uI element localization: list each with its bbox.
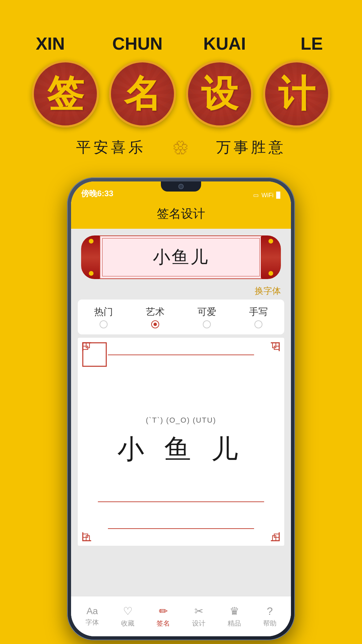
nav-help[interactable]: ? 帮助	[252, 605, 288, 628]
nav-font[interactable]: Aa 字体	[74, 606, 110, 627]
nav-help-label: 帮助	[263, 619, 277, 628]
circle-ji: 计	[263, 60, 330, 127]
nav-design-label: 设计	[192, 619, 205, 628]
subtitle-row: 平安喜乐 🏵 万事胜意	[76, 138, 286, 157]
pinyin-kuai: KUAI	[191, 34, 258, 54]
tab-hot-label: 热门	[94, 306, 113, 318]
circle-char-2: 设	[201, 69, 238, 119]
scroll-dot-bl	[89, 271, 94, 276]
pinyin-row: XIN CHUN KUAI LE	[17, 34, 345, 54]
bottom-border-line	[108, 528, 254, 529]
tab-cute-label: 可爱	[197, 306, 216, 318]
tab-art[interactable]: 艺术	[139, 303, 171, 331]
pinyin-chun: CHUN	[104, 34, 171, 54]
corner-tl-svg	[81, 341, 108, 368]
tab-cute-indicator	[203, 320, 211, 328]
font-tabs: 热门 艺术 可爱 手写	[78, 300, 284, 334]
scroll-body[interactable]: 小鱼儿	[100, 235, 262, 279]
phone-outer: 傍晚6:33 ▭ WiFi ▉ 签名设计	[67, 177, 295, 640]
nav-font-icon: Aa	[86, 606, 98, 616]
nav-design-icon: ✂	[194, 605, 203, 618]
nav-design[interactable]: ✂ 设计	[181, 605, 217, 628]
nav-premium[interactable]: ♛ 精品	[217, 605, 252, 628]
scroll-right-cap	[261, 235, 281, 279]
nav-collect-icon: ♡	[123, 605, 133, 618]
circle-qian: 签	[32, 60, 99, 127]
circle-char-3: 计	[278, 69, 315, 119]
scroll-banner: 小鱼儿	[81, 235, 281, 279]
scroll-name: 小鱼儿	[153, 246, 209, 269]
tab-handwrite[interactable]: 手写	[242, 303, 275, 331]
circle-char-0: 签	[47, 69, 84, 119]
wifi-icon: WiFi	[261, 192, 274, 199]
circles-row: 签 名 设 计	[32, 60, 330, 127]
nav-premium-label: 精品	[228, 619, 241, 628]
nav-font-label: 字体	[85, 618, 99, 627]
scroll-left-cap	[81, 235, 101, 279]
tab-hot[interactable]: 热门	[87, 303, 120, 331]
phone-screen-content: 签名设计 小鱼儿	[71, 202, 291, 636]
status-icons: ▭ WiFi ▉	[253, 192, 281, 199]
app-title: 签名设计	[157, 207, 205, 220]
tab-handwrite-label: 手写	[249, 306, 268, 318]
battery-icon: ▭	[253, 192, 259, 199]
sig-emotion: (`T`) (O_O) (UTU)	[146, 416, 216, 425]
corner-bl-svg	[81, 516, 108, 542]
scroll-banner-area: 小鱼儿	[71, 229, 291, 282]
tab-art-label: 艺术	[146, 306, 165, 318]
app-header: 签名设计	[71, 202, 291, 229]
phone-inner: 傍晚6:33 ▭ WiFi ▉ 签名设计	[71, 181, 291, 636]
scroll-dot-br	[268, 271, 273, 276]
nav-collect[interactable]: ♡ 收藏	[110, 605, 145, 628]
pinyin-le: LE	[278, 34, 345, 54]
status-time: 傍晚6:33	[81, 188, 113, 199]
circle-ming: 名	[109, 60, 176, 127]
pinyin-xin: XIN	[17, 34, 84, 54]
corner-br-svg	[254, 516, 281, 542]
top-section: XIN CHUN KUAI LE 签 名 设 计 平安喜乐 🏵 万事胜意	[0, 0, 362, 171]
nav-help-icon: ?	[267, 605, 273, 618]
decoration-icon: 🏵	[173, 138, 189, 157]
corner-tr-svg	[254, 341, 281, 368]
subtitle-right: 万事胜意	[216, 138, 286, 157]
bottom-nav: Aa 字体 ♡ 收藏 ✏ 签名 ✂ 设计	[71, 596, 291, 636]
nav-sign-icon: ✏	[159, 605, 168, 618]
tab-hot-indicator	[100, 320, 108, 328]
signature-area: (`T`) (O_O) (UTU) 小 鱼 儿	[78, 338, 284, 546]
scroll-dot-tl	[89, 239, 94, 244]
camera-dot	[178, 184, 184, 189]
sig-chars: 小 鱼 儿	[117, 431, 245, 468]
tab-art-indicator	[151, 320, 159, 328]
tab-handwrite-indicator	[254, 320, 262, 328]
phone-notch	[161, 181, 201, 192]
circle-char-1: 名	[124, 69, 161, 119]
sig-underline	[98, 501, 264, 502]
signal-icon: ▉	[276, 192, 281, 199]
tab-cute[interactable]: 可爱	[191, 303, 223, 331]
change-font-bar: 换字体	[71, 282, 291, 300]
nav-premium-icon: ♛	[230, 605, 239, 618]
scroll-dot-tr	[268, 239, 273, 244]
subtitle-left: 平安喜乐	[76, 138, 146, 157]
top-border-line	[108, 355, 254, 355]
change-font-button[interactable]: 换字体	[255, 285, 281, 297]
circle-she: 设	[186, 60, 253, 127]
phone-container: 傍晚6:33 ▭ WiFi ▉ 签名设计	[0, 177, 362, 640]
nav-sign-label: 签名	[157, 619, 170, 628]
nav-collect-label: 收藏	[121, 619, 134, 628]
nav-sign[interactable]: ✏ 签名	[145, 605, 181, 628]
